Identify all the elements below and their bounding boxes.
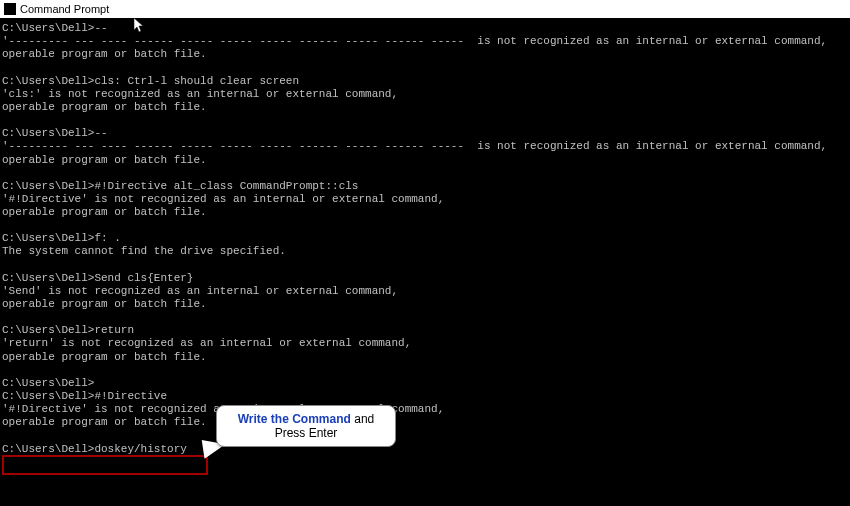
terminal-line: 'Send' is not recognized as an internal … — [2, 285, 848, 298]
terminal-line: C:\Users\Dell>doskey/history — [2, 443, 848, 456]
terminal-line: C:\Users\Dell>f: . — [2, 232, 848, 245]
terminal-line: 'return' is not recognized as an interna… — [2, 337, 848, 350]
window-titlebar: Command Prompt — [0, 0, 850, 18]
terminal-line: 'cls:' is not recognized as an internal … — [2, 88, 848, 101]
mouse-cursor-icon — [134, 18, 146, 34]
terminal-line: operable program or batch file. — [2, 206, 848, 219]
terminal-line: The system cannot find the drive specifi… — [2, 245, 848, 258]
terminal-line: C:\Users\Dell>Send cls{Enter} — [2, 272, 848, 285]
terminal-line — [2, 364, 848, 377]
terminal-line: operable program or batch file. — [2, 48, 848, 61]
terminal-line: operable program or batch file. — [2, 416, 848, 429]
terminal-line: '#!Directive' is not recognized as an in… — [2, 403, 848, 416]
terminal-line: operable program or batch file. — [2, 101, 848, 114]
terminal-line — [2, 219, 848, 232]
terminal-line: C:\Users\Dell>cls: Ctrl-l should clear s… — [2, 75, 848, 88]
terminal-line — [2, 430, 848, 443]
terminal-line: operable program or batch file. — [2, 154, 848, 167]
instruction-callout: Write the Command and Press Enter — [216, 405, 396, 447]
terminal-line — [2, 62, 848, 75]
terminal-line — [2, 167, 848, 180]
terminal-line: C:\Users\Dell>#!Directive — [2, 390, 848, 403]
callout-bold-text: Write the Command — [238, 412, 351, 426]
terminal-line: C:\Users\Dell>return — [2, 324, 848, 337]
terminal-line: '--------- --- ---- ------ ----- ----- -… — [2, 140, 848, 153]
terminal-line: C:\Users\Dell>-- — [2, 22, 848, 35]
terminal-line: '--------- --- ---- ------ ----- ----- -… — [2, 35, 848, 48]
terminal-line: operable program or batch file. — [2, 298, 848, 311]
terminal-line: C:\Users\Dell>#!Directive alt_class Comm… — [2, 180, 848, 193]
terminal-line: '#!Directive' is not recognized as an in… — [2, 193, 848, 206]
terminal-line: C:\Users\Dell>-- — [2, 127, 848, 140]
terminal-line — [2, 259, 848, 272]
window-title: Command Prompt — [20, 3, 109, 15]
terminal-output[interactable]: C:\Users\Dell>--'--------- --- ---- ----… — [0, 18, 850, 460]
app-icon — [4, 3, 16, 15]
terminal-line — [2, 114, 848, 127]
terminal-line: operable program or batch file. — [2, 351, 848, 364]
terminal-line: C:\Users\Dell> — [2, 377, 848, 390]
terminal-line — [2, 311, 848, 324]
